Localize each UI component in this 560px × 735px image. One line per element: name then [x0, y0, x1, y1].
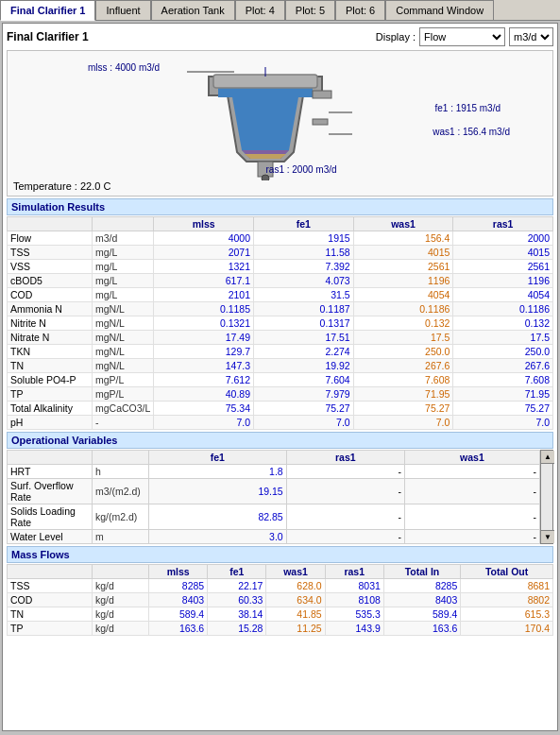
sim-row-name: Soluble PO4-P — [8, 373, 93, 387]
sim-row-was1: 250.0 — [353, 345, 453, 359]
mf-col-total-in: Total In — [383, 565, 460, 579]
sim-row: Soluble PO4-P mgP/L 7.612 7.604 7.608 7.… — [8, 373, 553, 387]
temperature-label: Temperature : 22.0 C — [13, 180, 110, 192]
sim-row-unit: mgP/L — [93, 373, 154, 387]
sim-row-mlss: 617.1 — [154, 274, 254, 288]
sim-row-unit: mg/L — [93, 260, 154, 274]
sim-row-ras1: 1196 — [453, 274, 553, 288]
display-label: Display : — [376, 31, 416, 43]
sim-row: pH - 7.0 7.0 7.0 7.0 — [8, 416, 553, 430]
sim-row-name: COD — [8, 288, 93, 302]
tab-plot5[interactable]: Plot: 5 — [285, 0, 335, 20]
tab-plot6[interactable]: Plot: 6 — [335, 0, 385, 20]
mf-row-fe1: 38.14 — [208, 607, 266, 622]
scroll-down-button[interactable]: ▼ — [541, 530, 554, 543]
sim-row-was1: 4054 — [353, 288, 453, 302]
label-mlss: mlss : 4000 m3/d — [88, 62, 160, 73]
tab-aeration-tank[interactable]: Aeration Tank — [151, 0, 235, 20]
header-row: Final Clarifier 1 Display : Flow Concent… — [7, 27, 553, 46]
unit-select[interactable]: m3/d m3/h — [509, 27, 553, 46]
main-content: Final Clarifier 1 Display : Flow Concent… — [2, 23, 558, 731]
sim-row-mlss: 7.0 — [154, 416, 254, 430]
label-was1: was1 : 156.4 m3/d — [433, 127, 510, 137]
sim-row-was1: 267.6 — [353, 359, 453, 373]
mf-col-mlss: mlss — [149, 565, 208, 579]
op-row-name: Solids Loading Rate — [8, 504, 93, 530]
op-row-fe1: 1.8 — [149, 465, 287, 479]
mf-row-total-in: 163.6 — [383, 622, 460, 636]
sim-row-fe1: 1915 — [254, 231, 354, 246]
op-row-unit: m — [93, 530, 149, 544]
mf-row-unit: kg/d — [93, 622, 149, 636]
mf-row-total-out: 170.4 — [461, 622, 553, 636]
mf-row-total-out: 8802 — [461, 593, 553, 607]
display-select[interactable]: Flow Concentration — [419, 27, 505, 46]
page-title: Final Clarifier 1 — [7, 30, 89, 43]
sim-row-mlss: 17.49 — [154, 331, 254, 345]
sim-row-fe1: 75.27 — [254, 402, 354, 416]
sim-row-name: TKN — [8, 345, 93, 359]
label-fe1: fe1 : 1915 m3/d — [435, 103, 501, 113]
tab-plot4[interactable]: Plot: 4 — [235, 0, 285, 20]
sim-row-ras1: 71.95 — [453, 387, 553, 402]
sim-row-name: cBOD5 — [8, 274, 93, 288]
mf-row-mlss: 8285 — [149, 579, 208, 593]
tab-influent[interactable]: Influent — [95, 0, 150, 20]
op-row-was1: - — [404, 504, 539, 530]
sim-row-fe1: 0.1317 — [254, 316, 354, 331]
mf-row-fe1: 60.33 — [208, 593, 266, 607]
mf-row-total-in: 589.4 — [383, 607, 460, 622]
sim-row-fe1: 19.92 — [254, 359, 354, 373]
sim-row-fe1: 0.1187 — [254, 302, 354, 316]
sim-row-ras1: 7.608 — [453, 373, 553, 387]
mf-row-name: COD — [8, 593, 93, 607]
op-row-name: HRT — [8, 465, 93, 479]
mf-row-total-in: 8403 — [383, 593, 460, 607]
col-name-header — [8, 217, 93, 231]
sim-row-name: Nitrite N — [8, 316, 93, 331]
sim-row-ras1: 17.5 — [453, 331, 553, 345]
svg-point-4 — [262, 175, 269, 180]
mf-row-ras1: 8031 — [325, 579, 383, 593]
col-mlss-header: mlss — [154, 217, 254, 231]
op-row: Solids Loading Rate kg/(m2.d) 82.85 - - — [8, 504, 540, 530]
col-was1-header: was1 — [353, 217, 453, 231]
op-row-was1: - — [404, 479, 539, 504]
sim-row: cBOD5 mg/L 617.1 4.073 1196 1196 — [8, 274, 553, 288]
sim-row-was1: 0.132 — [353, 316, 453, 331]
clarifier-diagram — [190, 67, 341, 180]
sim-row-fe1: 7.979 — [254, 387, 354, 402]
mf-col-name — [8, 565, 93, 579]
sim-row-unit: m3/d — [93, 231, 154, 246]
tab-final-clarifier-1[interactable]: Final Clarifier 1 — [0, 0, 95, 21]
mf-col-fe1: fe1 — [208, 565, 266, 579]
svg-rect-1 — [313, 91, 331, 98]
op-vars-header: Operational Variables — [7, 432, 553, 449]
mf-row: COD kg/d 8403 60.33 634.0 8108 8403 8802 — [8, 593, 553, 607]
sim-row-fe1: 31.5 — [254, 288, 354, 302]
op-col-fe1: fe1 — [149, 451, 287, 465]
sim-row: COD mg/L 2101 31.5 4054 4054 — [8, 288, 553, 302]
sim-row-name: TN — [8, 359, 93, 373]
sim-results-table: mlss fe1 was1 ras1 Flow m3/d 4000 1915 1… — [7, 216, 553, 430]
op-col-unit — [93, 451, 149, 465]
mf-row-total-out: 615.3 — [461, 607, 553, 622]
op-col-was1: was1 — [404, 451, 539, 465]
scroll-up-button[interactable]: ▲ — [541, 451, 554, 464]
sim-row-mlss: 0.1321 — [154, 316, 254, 331]
op-row-fe1: 82.85 — [149, 504, 287, 530]
sim-row-mlss: 147.3 — [154, 359, 254, 373]
mf-row-mlss: 589.4 — [149, 607, 208, 622]
sim-row-name: VSS — [8, 260, 93, 274]
op-row-fe1: 3.0 — [149, 530, 287, 544]
sim-row-was1: 2561 — [353, 260, 453, 274]
sim-row-fe1: 7.392 — [254, 260, 354, 274]
mf-row-fe1: 22.17 — [208, 579, 266, 593]
sim-row-unit: mg/L — [93, 288, 154, 302]
tab-command-window[interactable]: Command Window — [385, 0, 494, 20]
mf-row-ras1: 535.3 — [325, 607, 383, 622]
svg-rect-2 — [313, 119, 328, 125]
sim-row-unit: mgCaCO3/L — [93, 402, 154, 416]
op-col-ras1: ras1 — [286, 451, 404, 465]
op-row: Water Level m 3.0 - - — [8, 530, 540, 544]
